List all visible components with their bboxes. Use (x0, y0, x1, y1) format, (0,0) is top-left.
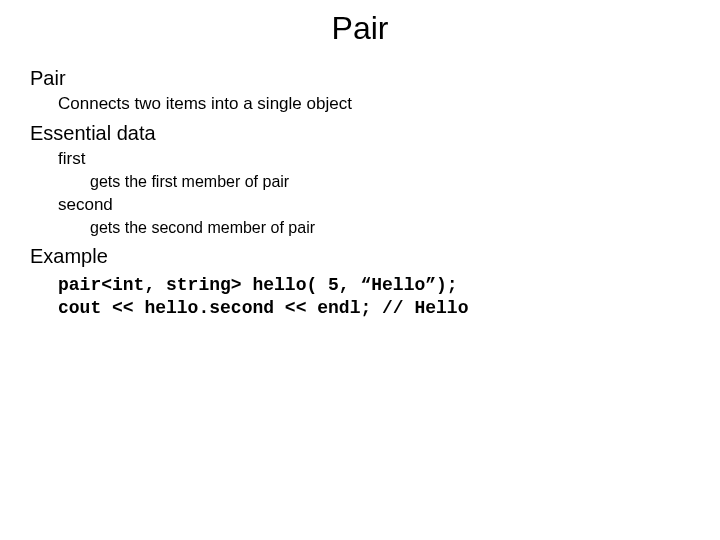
code-line-2: cout << hello.second << endl; // Hello (58, 298, 468, 318)
example-heading: Example (30, 245, 690, 268)
second-description: gets the second member of pair (90, 219, 690, 237)
second-label: second (58, 195, 690, 215)
slide-title: Pair (30, 10, 690, 47)
code-example: pair<int, string> hello( 5, “Hello”); co… (58, 274, 690, 321)
first-label: first (58, 149, 690, 169)
pair-description: Connects two items into a single object (58, 94, 690, 114)
first-description: gets the first member of pair (90, 173, 690, 191)
pair-heading: Pair (30, 67, 690, 90)
code-line-1: pair<int, string> hello( 5, “Hello”); (58, 275, 458, 295)
essential-data-heading: Essential data (30, 122, 690, 145)
